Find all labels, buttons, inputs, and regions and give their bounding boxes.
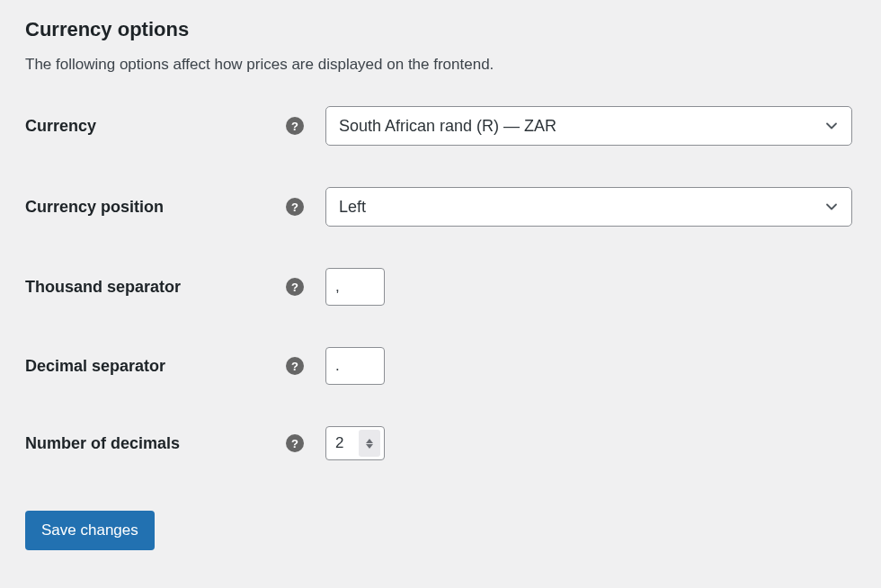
thousand-separator-label: Thousand separator <box>25 278 286 297</box>
decimal-separator-row: Decimal separator ? <box>25 347 856 385</box>
thousand-separator-row: Thousand separator ? <box>25 268 856 306</box>
number-stepper[interactable] <box>359 430 380 457</box>
help-icon[interactable]: ? <box>286 357 304 375</box>
currency-position-row: Currency position ? Left <box>25 187 856 227</box>
chevron-down-icon <box>824 119 839 133</box>
section-description: The following options affect how prices … <box>25 56 856 74</box>
currency-row: Currency ? South African rand (R) — ZAR <box>25 106 856 146</box>
help-icon[interactable]: ? <box>286 434 304 452</box>
chevron-up-icon <box>366 439 373 443</box>
section-title: Currency options <box>25 18 856 41</box>
currency-select-value: South African rand (R) — ZAR <box>339 117 556 136</box>
decimal-separator-input[interactable] <box>325 347 385 385</box>
currency-label: Currency <box>25 117 286 136</box>
chevron-down-icon <box>824 200 839 214</box>
decimal-separator-label: Decimal separator <box>25 357 286 376</box>
currency-position-select[interactable]: Left <box>325 187 852 227</box>
help-icon[interactable]: ? <box>286 278 304 296</box>
currency-options-form: Currency ? South African rand (R) — ZAR … <box>25 106 856 460</box>
help-icon[interactable]: ? <box>286 198 304 216</box>
chevron-down-icon <box>366 444 373 449</box>
number-of-decimals-label: Number of decimals <box>25 434 286 453</box>
currency-position-select-value: Left <box>339 198 366 217</box>
currency-position-label: Currency position <box>25 198 286 217</box>
currency-select[interactable]: South African rand (R) — ZAR <box>325 106 852 146</box>
number-of-decimals-value: 2 <box>335 434 359 452</box>
number-of-decimals-input[interactable]: 2 <box>325 426 385 460</box>
thousand-separator-input[interactable] <box>325 268 385 306</box>
help-icon[interactable]: ? <box>286 117 304 135</box>
save-changes-button[interactable]: Save changes <box>25 511 155 550</box>
number-of-decimals-row: Number of decimals ? 2 <box>25 426 856 460</box>
